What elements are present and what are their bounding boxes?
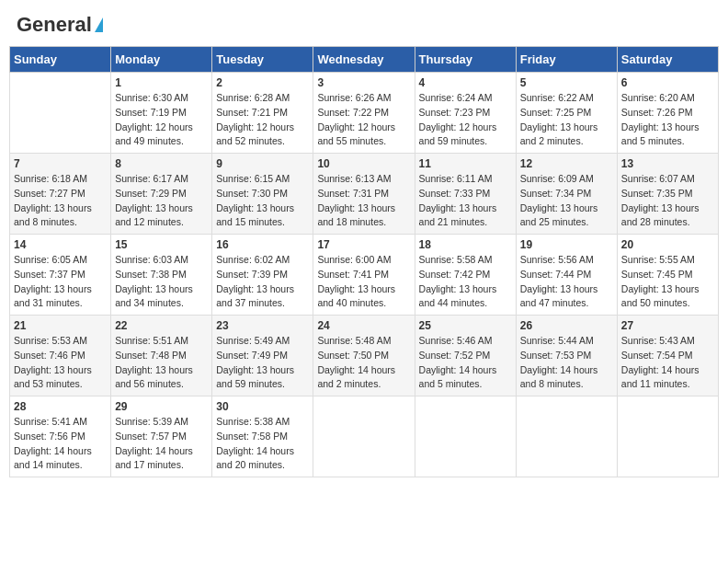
day-info: Sunrise: 5:58 AMSunset: 7:42 PMDaylight:… bbox=[419, 253, 512, 311]
calendar-week-row: 28Sunrise: 5:41 AMSunset: 7:56 PMDayligh… bbox=[10, 396, 719, 477]
day-info: Sunrise: 6:18 AMSunset: 7:27 PMDaylight:… bbox=[14, 172, 107, 230]
day-info: Sunrise: 6:22 AMSunset: 7:25 PMDaylight:… bbox=[520, 91, 613, 149]
calendar-cell: 12Sunrise: 6:09 AMSunset: 7:34 PMDayligh… bbox=[516, 154, 617, 235]
calendar-cell: 21Sunrise: 5:53 AMSunset: 7:46 PMDayligh… bbox=[10, 316, 111, 396]
day-info: Sunrise: 6:13 AMSunset: 7:31 PMDaylight:… bbox=[317, 172, 410, 230]
day-number: 27 bbox=[621, 319, 714, 332]
calendar-cell: 17Sunrise: 6:00 AMSunset: 7:41 PMDayligh… bbox=[313, 235, 415, 316]
calendar-table: SundayMondayTuesdayWednesdayThursdayFrid… bbox=[9, 46, 719, 477]
calendar-cell: 3Sunrise: 6:26 AMSunset: 7:22 PMDaylight… bbox=[313, 73, 415, 154]
day-info: Sunrise: 6:26 AMSunset: 7:22 PMDaylight:… bbox=[317, 91, 410, 149]
day-number: 6 bbox=[621, 76, 714, 89]
day-number: 20 bbox=[621, 238, 714, 251]
day-number: 1 bbox=[115, 76, 208, 89]
day-number: 2 bbox=[216, 76, 309, 89]
day-info: Sunrise: 5:55 AMSunset: 7:45 PMDaylight:… bbox=[621, 253, 714, 311]
calendar-cell: 16Sunrise: 6:02 AMSunset: 7:39 PMDayligh… bbox=[212, 235, 313, 316]
calendar-cell: 30Sunrise: 5:38 AMSunset: 7:58 PMDayligh… bbox=[212, 396, 313, 477]
calendar-cell: 29Sunrise: 5:39 AMSunset: 7:57 PMDayligh… bbox=[111, 396, 212, 477]
day-number: 29 bbox=[115, 400, 208, 413]
day-number: 12 bbox=[520, 157, 613, 170]
day-info: Sunrise: 5:48 AMSunset: 7:50 PMDaylight:… bbox=[317, 334, 410, 392]
day-number: 15 bbox=[115, 238, 208, 251]
day-number: 7 bbox=[14, 157, 107, 170]
calendar-cell bbox=[10, 73, 111, 154]
day-info: Sunrise: 6:15 AMSunset: 7:30 PMDaylight:… bbox=[216, 172, 309, 230]
weekday-header-sunday: Sunday bbox=[10, 47, 111, 73]
weekday-header-thursday: Thursday bbox=[415, 47, 516, 73]
day-number: 10 bbox=[317, 157, 410, 170]
day-number: 30 bbox=[216, 400, 309, 413]
day-info: Sunrise: 6:07 AMSunset: 7:35 PMDaylight:… bbox=[621, 172, 714, 230]
day-info: Sunrise: 5:46 AMSunset: 7:52 PMDaylight:… bbox=[419, 334, 512, 392]
day-info: Sunrise: 6:17 AMSunset: 7:29 PMDaylight:… bbox=[115, 172, 208, 230]
day-info: Sunrise: 6:00 AMSunset: 7:41 PMDaylight:… bbox=[317, 253, 410, 311]
calendar-cell: 13Sunrise: 6:07 AMSunset: 7:35 PMDayligh… bbox=[617, 154, 718, 235]
calendar-cell: 7Sunrise: 6:18 AMSunset: 7:27 PMDaylight… bbox=[10, 154, 111, 235]
day-number: 16 bbox=[216, 238, 309, 251]
calendar-cell: 8Sunrise: 6:17 AMSunset: 7:29 PMDaylight… bbox=[111, 154, 212, 235]
page-header: General bbox=[9, 9, 719, 40]
day-info: Sunrise: 5:53 AMSunset: 7:46 PMDaylight:… bbox=[14, 334, 107, 392]
calendar-week-row: 1Sunrise: 6:30 AMSunset: 7:19 PMDaylight… bbox=[10, 73, 719, 154]
calendar-cell bbox=[516, 396, 617, 477]
calendar-cell: 5Sunrise: 6:22 AMSunset: 7:25 PMDaylight… bbox=[516, 73, 617, 154]
calendar-cell: 4Sunrise: 6:24 AMSunset: 7:23 PMDaylight… bbox=[415, 73, 516, 154]
calendar-cell: 19Sunrise: 5:56 AMSunset: 7:44 PMDayligh… bbox=[516, 235, 617, 316]
calendar-week-row: 21Sunrise: 5:53 AMSunset: 7:46 PMDayligh… bbox=[10, 316, 719, 396]
calendar-header-row: SundayMondayTuesdayWednesdayThursdayFrid… bbox=[10, 47, 719, 73]
weekday-header-tuesday: Tuesday bbox=[212, 47, 313, 73]
logo-triangle-icon bbox=[95, 17, 103, 32]
calendar-cell: 27Sunrise: 5:43 AMSunset: 7:54 PMDayligh… bbox=[617, 316, 718, 396]
weekday-header-saturday: Saturday bbox=[617, 47, 718, 73]
day-number: 9 bbox=[216, 157, 309, 170]
day-number: 18 bbox=[419, 238, 512, 251]
calendar-cell: 25Sunrise: 5:46 AMSunset: 7:52 PMDayligh… bbox=[415, 316, 516, 396]
day-number: 28 bbox=[14, 400, 107, 413]
calendar-cell: 28Sunrise: 5:41 AMSunset: 7:56 PMDayligh… bbox=[10, 396, 111, 477]
calendar-cell: 1Sunrise: 6:30 AMSunset: 7:19 PMDaylight… bbox=[111, 73, 212, 154]
day-info: Sunrise: 6:30 AMSunset: 7:19 PMDaylight:… bbox=[115, 91, 208, 149]
calendar-cell bbox=[313, 396, 415, 477]
day-info: Sunrise: 6:24 AMSunset: 7:23 PMDaylight:… bbox=[419, 91, 512, 149]
calendar-cell: 23Sunrise: 5:49 AMSunset: 7:49 PMDayligh… bbox=[212, 316, 313, 396]
day-number: 13 bbox=[621, 157, 714, 170]
calendar-cell: 22Sunrise: 5:51 AMSunset: 7:48 PMDayligh… bbox=[111, 316, 212, 396]
weekday-header-friday: Friday bbox=[516, 47, 617, 73]
calendar-cell: 26Sunrise: 5:44 AMSunset: 7:53 PMDayligh… bbox=[516, 316, 617, 396]
day-number: 5 bbox=[520, 76, 613, 89]
day-number: 11 bbox=[419, 157, 512, 170]
calendar-cell bbox=[415, 396, 516, 477]
day-number: 22 bbox=[115, 319, 208, 332]
weekday-header-wednesday: Wednesday bbox=[313, 47, 415, 73]
day-number: 3 bbox=[317, 76, 410, 89]
day-info: Sunrise: 6:11 AMSunset: 7:33 PMDaylight:… bbox=[419, 172, 512, 230]
calendar-cell: 10Sunrise: 6:13 AMSunset: 7:31 PMDayligh… bbox=[313, 154, 415, 235]
day-number: 25 bbox=[419, 319, 512, 332]
day-info: Sunrise: 6:05 AMSunset: 7:37 PMDaylight:… bbox=[14, 253, 107, 311]
calendar-cell: 9Sunrise: 6:15 AMSunset: 7:30 PMDaylight… bbox=[212, 154, 313, 235]
day-info: Sunrise: 6:28 AMSunset: 7:21 PMDaylight:… bbox=[216, 91, 309, 149]
day-info: Sunrise: 5:39 AMSunset: 7:57 PMDaylight:… bbox=[115, 415, 208, 473]
day-info: Sunrise: 5:44 AMSunset: 7:53 PMDaylight:… bbox=[520, 334, 613, 392]
day-info: Sunrise: 6:09 AMSunset: 7:34 PMDaylight:… bbox=[520, 172, 613, 230]
calendar-cell: 24Sunrise: 5:48 AMSunset: 7:50 PMDayligh… bbox=[313, 316, 415, 396]
day-info: Sunrise: 5:41 AMSunset: 7:56 PMDaylight:… bbox=[14, 415, 107, 473]
day-number: 14 bbox=[14, 238, 107, 251]
calendar-cell: 6Sunrise: 6:20 AMSunset: 7:26 PMDaylight… bbox=[617, 73, 718, 154]
calendar-cell bbox=[617, 396, 718, 477]
day-number: 26 bbox=[520, 319, 613, 332]
day-info: Sunrise: 6:03 AMSunset: 7:38 PMDaylight:… bbox=[115, 253, 208, 311]
day-info: Sunrise: 5:38 AMSunset: 7:58 PMDaylight:… bbox=[216, 415, 309, 473]
logo: General bbox=[17, 13, 103, 37]
calendar-cell: 2Sunrise: 6:28 AMSunset: 7:21 PMDaylight… bbox=[212, 73, 313, 154]
calendar-week-row: 14Sunrise: 6:05 AMSunset: 7:37 PMDayligh… bbox=[10, 235, 719, 316]
day-number: 24 bbox=[317, 319, 410, 332]
calendar-cell: 18Sunrise: 5:58 AMSunset: 7:42 PMDayligh… bbox=[415, 235, 516, 316]
day-number: 4 bbox=[419, 76, 512, 89]
calendar-cell: 20Sunrise: 5:55 AMSunset: 7:45 PMDayligh… bbox=[617, 235, 718, 316]
day-info: Sunrise: 6:20 AMSunset: 7:26 PMDaylight:… bbox=[621, 91, 714, 149]
calendar-cell: 15Sunrise: 6:03 AMSunset: 7:38 PMDayligh… bbox=[111, 235, 212, 316]
day-info: Sunrise: 5:43 AMSunset: 7:54 PMDaylight:… bbox=[621, 334, 714, 392]
weekday-header-monday: Monday bbox=[111, 47, 212, 73]
